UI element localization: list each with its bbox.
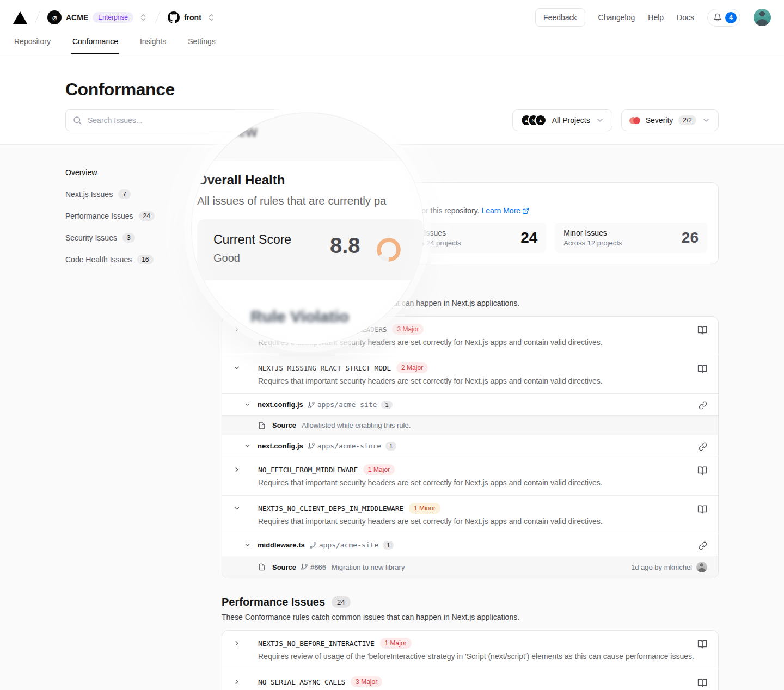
sidebar-item-overview[interactable]: Overview: [65, 168, 222, 177]
file-name: next.config.js: [258, 442, 303, 450]
changelog-link[interactable]: Changelog: [598, 13, 635, 22]
collapse-chevron-down-icon[interactable]: [244, 442, 251, 449]
collapse-chevron-down-icon[interactable]: [244, 541, 251, 549]
rule-row: NO_SERIAL_ASYNC_CALLS3 Major: [222, 669, 718, 690]
source-label: Source: [272, 421, 296, 429]
lens-rule-violations-fragment: Rule Violatio: [250, 307, 349, 326]
rule-row: NEXTJS_MISSING_REACT_STRICT_MODE2 Major …: [222, 355, 718, 394]
collapse-chevron-down-icon[interactable]: [233, 503, 247, 526]
source-row: Source #666 Migration to new library 1d …: [222, 556, 718, 578]
severity-filter-dropdown[interactable]: Severity 2/2: [621, 109, 719, 131]
org-selector-icon[interactable]: [139, 13, 148, 22]
tab-insights[interactable]: Insights: [139, 35, 167, 54]
severity-badge: 1 Minor: [409, 503, 440, 514]
chevron-down-icon: [702, 116, 710, 125]
rule-id: NO_FETCH_FROM_MIDDLEWARE: [258, 466, 358, 474]
source-note: Allowlisted while enabling this rule.: [302, 421, 411, 429]
notifications-button[interactable]: 4: [707, 9, 740, 27]
author-avatar: [696, 562, 707, 572]
vercel-logo-icon[interactable]: [13, 11, 27, 24]
rule-docs-book-icon[interactable]: [697, 503, 707, 526]
feedback-button[interactable]: Feedback: [535, 8, 585, 27]
projects-filter-dropdown[interactable]: ▲ N ▲ All Projects: [512, 109, 612, 131]
rule-description: Requires that important security headers…: [258, 377, 697, 385]
violation-file-row: next.config.js apps/acme-site 1: [222, 394, 718, 416]
org-breadcrumb[interactable]: ⌀ ACME Enterprise: [47, 10, 148, 24]
file-name: middleware.ts: [258, 541, 305, 549]
rule-id: NEXTJS_NO_CLIENT_DEPS_IN_MIDDLEWARE: [258, 504, 403, 513]
tab-settings[interactable]: Settings: [187, 35, 217, 54]
sidebar-item-count: 3: [122, 233, 135, 243]
expand-chevron-right-icon[interactable]: [233, 324, 247, 347]
pr-ref[interactable]: #666: [310, 563, 326, 571]
bell-icon: [713, 13, 722, 22]
project-path: apps/acme-site: [317, 401, 377, 409]
org-name: ACME: [66, 13, 88, 22]
rule-id: NO_SERIAL_ASYNC_CALLS: [258, 678, 345, 686]
rule-docs-book-icon[interactable]: [697, 676, 707, 688]
source-meta: 1d ago by mknichel: [631, 562, 707, 572]
file-icon: [258, 563, 266, 571]
lens-score-label: Current Score: [213, 232, 291, 247]
tab-conformance[interactable]: Conformance: [71, 35, 119, 54]
external-link-icon: [522, 207, 529, 214]
rule-description: Requires review of usage of the 'beforeI…: [258, 652, 697, 661]
help-link[interactable]: Help: [648, 13, 664, 22]
source-meta-text: 1d ago by mknichel: [631, 563, 692, 571]
rule-row: NO_FETCH_FROM_MIDDLEWARE1 Major Requires…: [222, 457, 718, 496]
permalink-icon[interactable]: [699, 399, 707, 410]
rule-row: NEXTJS_NO_BEFORE_INTERACTIVE1 Major Requ…: [222, 631, 718, 669]
expand-chevron-right-icon[interactable]: [233, 464, 247, 487]
projects-filter-label: All Projects: [552, 116, 590, 125]
collapse-chevron-down-icon[interactable]: [233, 362, 247, 385]
repo-name: front: [184, 13, 201, 22]
section-heading-performance-issues: Performance Issues: [222, 596, 325, 608]
project-avatar: ▲: [535, 114, 547, 126]
lens-overall-health-title: Overall Health: [197, 172, 285, 188]
rule-docs-book-icon[interactable]: [697, 464, 707, 487]
sidebar-item-label: Next.js Issues: [65, 190, 113, 199]
project-path: apps/acme-site: [319, 541, 379, 549]
rule-docs-book-icon[interactable]: [697, 362, 707, 385]
sidebar-item-label: Overview: [65, 168, 97, 177]
breadcrumb-slash: [35, 11, 40, 24]
docs-link[interactable]: Docs: [677, 13, 694, 22]
permalink-icon[interactable]: [699, 441, 707, 451]
expand-chevron-right-icon[interactable]: [233, 638, 247, 661]
page-title: Conformance: [65, 79, 719, 100]
github-icon: [168, 11, 180, 23]
lens-score-value: 8.8: [330, 233, 360, 258]
sidebar-item-label: Performance Issues: [65, 212, 133, 220]
plan-badge: Enterprise: [93, 12, 133, 23]
learn-more-link[interactable]: Learn More: [481, 206, 520, 215]
permalink-icon[interactable]: [699, 540, 707, 550]
file-icon: [258, 422, 266, 429]
lens-description: All issues of rules that are currently p…: [197, 194, 387, 207]
rule-docs-book-icon[interactable]: [697, 638, 707, 661]
rule-description: Requires that important security headers…: [258, 517, 697, 526]
rule-id: NEXTJS_NO_BEFORE_INTERACTIVE: [258, 639, 375, 648]
severity-badge: 1 Major: [363, 464, 395, 475]
git-branch-icon: [301, 563, 308, 571]
project-avatars: ▲ N ▲: [520, 114, 547, 126]
user-avatar[interactable]: [754, 9, 771, 26]
top-nav: ⌀ ACME Enterprise front Feedback Changel…: [0, 0, 784, 35]
sidebar-item-count: 24: [139, 211, 155, 221]
magnifier-lens: view Overall Health All issues of rules …: [192, 113, 424, 344]
page-header: Conformance ▲ N ▲ All Projects: [0, 54, 784, 145]
collapse-chevron-down-icon[interactable]: [244, 401, 251, 408]
repo-selector-icon[interactable]: [207, 13, 216, 22]
section-description: These Conformance rules catch common iss…: [222, 613, 719, 621]
expand-chevron-right-icon[interactable]: [233, 676, 247, 688]
stat-minor-issues: Minor Issues Across 12 projects 26: [555, 223, 707, 253]
sidebar-item-label: Security Issues: [65, 233, 117, 242]
violation-file-row: next.config.js apps/acme-store 1: [222, 435, 718, 457]
performance-issues-card: NEXTJS_NO_BEFORE_INTERACTIVE1 Major Requ…: [222, 630, 719, 690]
rule-docs-book-icon[interactable]: [697, 324, 707, 347]
repo-breadcrumb[interactable]: front: [168, 11, 216, 23]
tab-repository[interactable]: Repository: [13, 35, 52, 54]
stat-label: Minor Issues: [564, 229, 622, 237]
lens-score-status: Good: [213, 252, 240, 264]
tab-bar: Repository Conformance Insights Settings: [0, 35, 784, 54]
section-count-badge: 24: [332, 596, 350, 608]
